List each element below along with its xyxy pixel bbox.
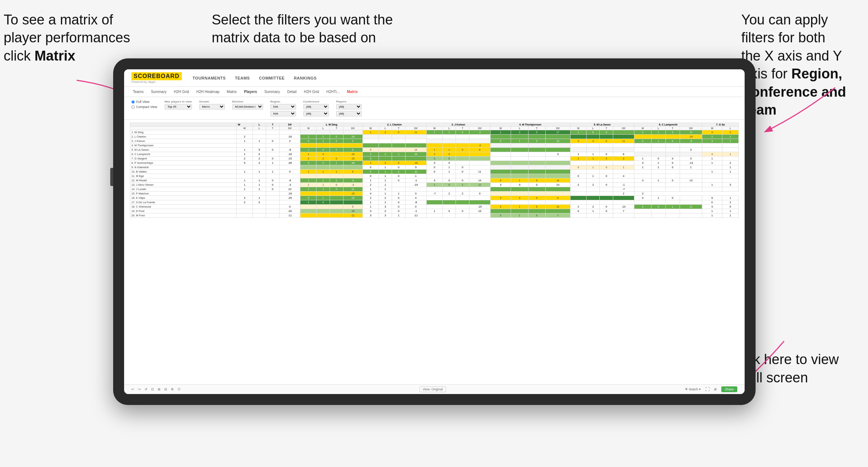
filter-conference-label: Conference bbox=[303, 100, 329, 103]
toolbar-zoom-out[interactable]: ⊟ bbox=[164, 387, 167, 391]
table-row: 5. M La Sasso 150-6 1506 014 1106 3 bbox=[130, 148, 739, 152]
subnav-detail[interactable]: Detail bbox=[286, 89, 298, 94]
watch-label[interactable]: 👁 Watch ▾ bbox=[685, 387, 701, 391]
annotation-top-left: To see a matrix of player performances c… bbox=[4, 11, 130, 65]
subnav-summary2[interactable]: Summary bbox=[263, 89, 281, 94]
compact-view-label[interactable]: Compact View bbox=[131, 105, 157, 109]
toolbar-reset[interactable]: ↺ bbox=[145, 387, 147, 391]
col-header-3-koivun: 3. J Koivun bbox=[426, 123, 490, 127]
nav-committee[interactable]: COMMITTEE bbox=[259, 76, 285, 80]
filter-region-select2[interactable]: N/A bbox=[270, 111, 296, 116]
tablet-frame: SCOREBOARD Powered by clippd TOURNAMENTS… bbox=[113, 58, 756, 405]
filter-players-select1[interactable]: (All) bbox=[336, 104, 362, 109]
filter-conference-select2[interactable]: (All) bbox=[303, 111, 329, 116]
filter-max-players-select[interactable]: Top 25 bbox=[165, 104, 192, 109]
table-row: 12. M Riedel 110-6 110-6 110-1 30014 010… bbox=[130, 178, 739, 183]
annotation-top-right: You can apply filters for both the X axi… bbox=[741, 11, 846, 119]
nav-bar: SCOREBOARD Powered by clippd TOURNAMENTS… bbox=[124, 69, 745, 87]
filter-gender-label: Gender bbox=[199, 100, 225, 103]
table-row: 7. G Sargent 220-15 220-15 0 00 1103 100… bbox=[130, 157, 739, 161]
subnav-teams[interactable]: Teams bbox=[131, 89, 145, 94]
col-header-wltd: W bbox=[237, 123, 253, 127]
fullscreen-icon[interactable]: ⛶ bbox=[705, 387, 710, 392]
col-header-name bbox=[130, 123, 237, 127]
matrix-content[interactable]: W L T Dif 1. W Ding 2. L Clanton 3. J Ko… bbox=[124, 120, 745, 384]
table-row: 14. J Lundin 11010 11010 11 -7 bbox=[130, 187, 739, 192]
table-row: 2. L Clanton 2-16 210-16 -24 22 bbox=[130, 135, 739, 139]
nav-teams[interactable]: TEAMS bbox=[235, 76, 250, 80]
filter-gender-select[interactable]: Men's bbox=[199, 104, 225, 109]
subnav-h2h-heatmap[interactable]: H2H Heatmap bbox=[195, 89, 221, 94]
view-options: Full View Compact View bbox=[131, 100, 157, 109]
nav-rankings[interactable]: RANKINGS bbox=[294, 76, 317, 80]
col-header-4-thor: 4. M Thorbjornsen bbox=[490, 123, 570, 127]
col-header-6-lamp: 6. C Lamprecht bbox=[634, 123, 702, 127]
table-row: 20. M Ford -11 -11 331-11 0107 11 bbox=[130, 213, 739, 218]
filter-division-select[interactable]: NCAA Division I bbox=[232, 104, 263, 109]
col-header-7-gs: 7. G Sa bbox=[702, 123, 739, 127]
scoreboard-logo: SCOREBOARD Powered by clippd bbox=[131, 72, 182, 84]
toolbar-zoom-in[interactable]: ⊞ bbox=[158, 387, 161, 391]
subnav-summary[interactable]: Summary bbox=[149, 89, 168, 94]
full-view-radio[interactable] bbox=[131, 100, 135, 104]
filter-conference: Conference (All) (All) bbox=[303, 100, 329, 116]
share-button[interactable]: Share bbox=[721, 386, 737, 392]
table-row: 10. B Valdes 1110 1110 01010 01011 11 bbox=[130, 170, 739, 174]
table-row: 8. P Summerhays 521-48 521-48 220-16 30 … bbox=[130, 161, 739, 165]
toolbar-redo[interactable]: ↪ bbox=[138, 387, 141, 391]
table-row: 13. J Skov Olesen 110-3 110-3 21-19 1011… bbox=[130, 183, 739, 187]
toolbar-center: View: Original bbox=[419, 387, 446, 391]
table-row: 1. W Ding 12011 110-2 12017 180 01013 90 bbox=[130, 130, 739, 135]
col-header-1-ding: 1. W Ding bbox=[300, 123, 362, 127]
nav-tournaments[interactable]: TOURNAMENTS bbox=[193, 76, 226, 80]
table-row: 3. J Koivun 1102 0102 01013 04011 010-6 … bbox=[130, 139, 739, 143]
grid-icon[interactable]: ⊞ bbox=[714, 387, 717, 391]
subnav-h2h-grid2[interactable]: H2H Grid bbox=[303, 89, 321, 94]
filter-region-label: Region bbox=[270, 100, 296, 103]
sub-nav: Teams Summary H2H Grid H2H Heatmap Matri… bbox=[124, 87, 745, 97]
filter-players-select2[interactable]: (All) bbox=[336, 111, 362, 116]
subnav-h2h-ti[interactable]: H2HTi... bbox=[325, 89, 341, 94]
table-row: 18. C Sherwood 0 0 1300 -15 01014 220-10… bbox=[130, 205, 739, 209]
full-view-label[interactable]: Full View bbox=[131, 100, 157, 104]
col-header-l: L bbox=[253, 123, 266, 127]
table-row: 15. P Maichon -19 -19 4110-7 220 22 bbox=[130, 192, 739, 196]
table-row: 4. M Thorbjornsen -3 bbox=[130, 143, 739, 148]
toolbar-zoom-fit[interactable]: ⊡ bbox=[151, 387, 154, 391]
bottom-toolbar: ↩ ↪ ↺ ⊡ ⊞ ⊟ ⚙ ⏱ View: Original 👁 Watch ▾… bbox=[124, 384, 745, 394]
logo-sub: Powered by clippd bbox=[131, 80, 182, 84]
view-original-label[interactable]: View: Original bbox=[419, 386, 446, 392]
toolbar-right: 👁 Watch ▾ ⛶ ⊞ Share bbox=[685, 386, 737, 392]
toolbar-settings[interactable]: ⚙ bbox=[171, 387, 174, 391]
filter-gender: Gender Men's bbox=[199, 100, 225, 109]
filter-conference-select1[interactable]: (All) bbox=[303, 104, 329, 109]
compact-view-radio[interactable] bbox=[131, 105, 135, 109]
subnav-matrix-active[interactable]: Matrix bbox=[346, 89, 359, 94]
tablet-screen: SCOREBOARD Powered by clippd TOURNAMENTS… bbox=[124, 69, 745, 394]
filter-max-players: Max players in view Top 25 bbox=[165, 100, 192, 109]
toolbar-undo[interactable]: ↩ bbox=[131, 387, 134, 391]
col-header-t: T bbox=[266, 123, 280, 127]
filter-players-label: Players bbox=[336, 100, 362, 103]
col-header-2-clanton: 2. L Clanton bbox=[362, 123, 426, 127]
col-header-5-sasso: 5. M La Sasso bbox=[570, 123, 634, 127]
subnav-matrix[interactable]: Matrix bbox=[225, 89, 238, 94]
filter-players: Players (All) (All) bbox=[336, 100, 362, 116]
table-row: 17. S De La Fuente 20 20 110-8 02 bbox=[130, 200, 739, 205]
table-row: 9. N Gabrelcik 0109 010 0101 1101 1 bbox=[130, 165, 739, 170]
nav-items: TOURNAMENTS TEAMS COMMITTEE RANKINGS bbox=[193, 76, 317, 80]
filters-area: Full View Compact View Max players in vi… bbox=[124, 97, 745, 120]
annotation-top-center: Select the filters you want the matrix d… bbox=[212, 11, 416, 47]
toolbar-timer[interactable]: ⏱ bbox=[177, 387, 181, 391]
filter-region-select1[interactable]: N/A bbox=[270, 104, 296, 109]
subnav-players[interactable]: Players bbox=[243, 89, 259, 94]
filter-division: Division NCAA Division I bbox=[232, 100, 263, 109]
table-row: 19. D Ford -20 -20 020-1 10013 0107 11 bbox=[130, 209, 739, 213]
matrix-table: W L T Dif 1. W Ding 2. L Clanton 3. J Ko… bbox=[130, 123, 739, 218]
table-row: 16. K Vilips 31-25 31-25 2204 3308 010 9… bbox=[130, 196, 739, 200]
col-header-dif: Dif bbox=[279, 123, 300, 127]
subnav-h2h-grid[interactable]: H2H Grid bbox=[172, 89, 191, 94]
filter-division-label: Division bbox=[232, 100, 263, 103]
toolbar-left: ↩ ↪ ↺ ⊡ ⊞ ⊟ ⚙ ⏱ bbox=[131, 387, 181, 391]
logo-main: SCOREBOARD bbox=[131, 72, 182, 80]
